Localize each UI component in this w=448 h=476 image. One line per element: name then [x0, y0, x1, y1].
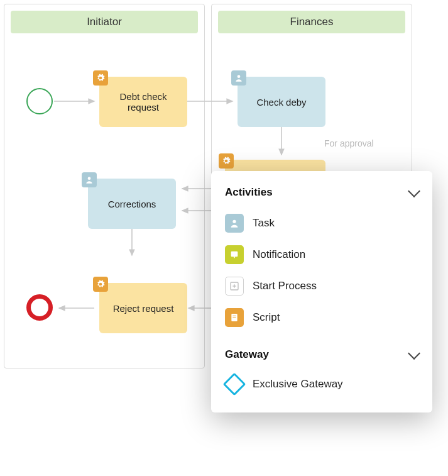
- task-debt-check-request[interactable]: Debt check request: [99, 77, 187, 127]
- task-label: Check deby: [256, 97, 306, 108]
- task-corrections[interactable]: Corrections: [88, 179, 176, 229]
- task-check-deby[interactable]: Check deby: [238, 77, 325, 127]
- user-icon: [231, 70, 246, 86]
- palette-item-label: Notification: [253, 248, 305, 261]
- palette-section-gateway[interactable]: Gateway: [225, 348, 418, 361]
- task-label: Corrections: [108, 199, 156, 209]
- notification-icon: [225, 245, 244, 264]
- user-icon: [225, 214, 244, 233]
- palette-popup[interactable]: Activities Task Notification Start Proce…: [211, 171, 432, 412]
- user-icon: [82, 172, 97, 187]
- task-label: Debt check request: [106, 91, 181, 113]
- svg-point-0: [238, 75, 241, 78]
- palette-section-title: Gateway: [225, 348, 269, 361]
- gear-icon: [93, 277, 108, 292]
- task-reject-request[interactable]: Reject request: [99, 283, 187, 333]
- gear-icon: [93, 70, 108, 86]
- palette-item-label: Script: [253, 311, 280, 324]
- palette-item-exclusive-gateway[interactable]: Exclusive Gateway: [225, 370, 418, 399]
- start-event[interactable]: [26, 88, 53, 114]
- palette-item-script[interactable]: Script: [225, 302, 418, 333]
- palette-item-start-process[interactable]: Start Process: [225, 270, 418, 302]
- chevron-down-icon: [408, 185, 420, 197]
- lane-initiator-title: Initiator: [11, 11, 198, 33]
- palette-item-label: Exclusive Gateway: [253, 378, 343, 390]
- palette-section-title: Activities: [225, 186, 273, 199]
- lane-finances-title: Finances: [218, 11, 405, 33]
- svg-point-1: [88, 177, 91, 180]
- palette-item-label: Start Process: [253, 280, 317, 292]
- palette-section-activities[interactable]: Activities: [225, 186, 418, 199]
- end-event[interactable]: [26, 294, 53, 321]
- edge-label-for-approval: For approval: [324, 138, 374, 148]
- gear-icon: [219, 153, 234, 169]
- task-label: Reject request: [113, 303, 174, 314]
- svg-point-6: [232, 220, 236, 223]
- exclusive-gateway-icon: [225, 376, 244, 392]
- chevron-down-icon: [408, 347, 420, 360]
- palette-item-notification[interactable]: Notification: [225, 239, 418, 270]
- palette-item-task[interactable]: Task: [225, 208, 418, 239]
- svg-rect-7: [231, 252, 238, 257]
- script-icon: [225, 308, 244, 327]
- start-process-icon: [225, 277, 244, 296]
- palette-item-label: Task: [253, 217, 275, 230]
